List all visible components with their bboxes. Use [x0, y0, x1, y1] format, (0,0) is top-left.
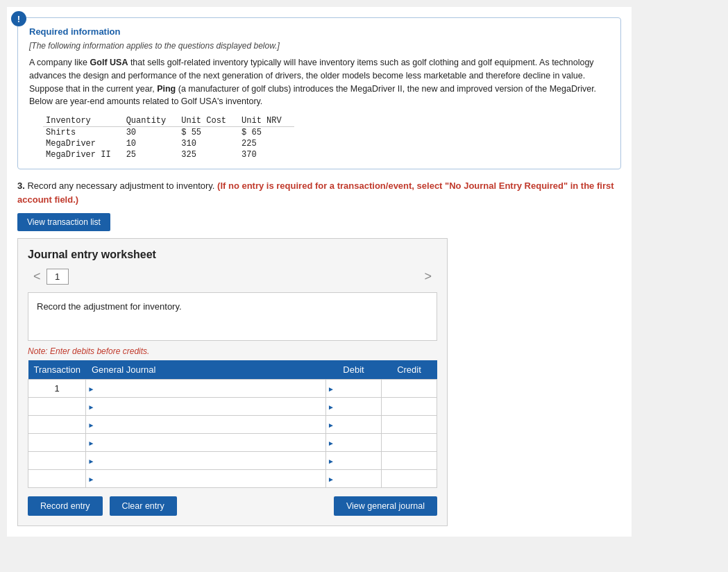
cell-arrow-icon: ►	[328, 457, 335, 464]
table-row: Shirts 30 $ 55 $ 65	[43, 127, 294, 139]
note-label: Note:	[28, 346, 48, 356]
cell-arrow-icon: ►	[328, 421, 335, 428]
cell-arrow-icon: ►	[87, 385, 94, 392]
prev-page-button[interactable]: <	[28, 268, 46, 285]
col-unit-nrv: Unit NRV	[239, 115, 294, 127]
cell-arrow-icon: ►	[87, 403, 94, 410]
general-journal-cell[interactable]: ►	[86, 470, 326, 488]
cell-arrow-icon: ►	[87, 475, 94, 482]
journal-container: Journal entry worksheet < 1 > Record the…	[17, 238, 448, 526]
col-unit-cost: Unit Cost	[178, 115, 239, 127]
cell-arrow-icon: ►	[87, 457, 94, 464]
note-text: Note: Enter debits before credits.	[28, 346, 437, 356]
general-journal-cell[interactable]: ►	[86, 434, 326, 452]
inventory-table: Inventory Quantity Unit Cost Unit NRV Sh…	[43, 115, 294, 160]
debit-cell[interactable]: ►	[326, 398, 382, 416]
transaction-num	[28, 434, 86, 452]
credit-cell[interactable]	[382, 380, 437, 398]
transaction-num	[28, 470, 86, 488]
next-page-button[interactable]: >	[418, 268, 437, 285]
journal-row: ► ►	[28, 398, 437, 416]
journal-table: Transaction General Journal Debit Credit…	[28, 360, 437, 488]
ping-bold: Ping	[157, 84, 176, 94]
cell-arrow-icon: ►	[328, 403, 335, 410]
transaction-num: 1	[28, 380, 86, 398]
credit-cell[interactable]	[382, 434, 437, 452]
debit-cell[interactable]: ►	[326, 434, 382, 452]
journal-title: Journal entry worksheet	[28, 249, 437, 261]
description-box: Record the adjustment for inventory.	[28, 292, 437, 341]
cell-arrow-icon: ►	[87, 439, 94, 446]
header-debit: Debit	[326, 360, 382, 380]
general-journal-cell[interactable]: ►	[86, 398, 326, 416]
credit-cell[interactable]	[382, 452, 437, 470]
red-instruction: (If no entry is required for a transacti…	[17, 180, 614, 205]
transaction-num	[28, 452, 86, 470]
info-paragraph: A company like Golf USA that sells golf-…	[29, 56, 609, 108]
journal-row: ► ►	[28, 434, 437, 452]
clear-entry-button[interactable]: Clear entry	[110, 496, 177, 516]
note-content: Enter debits before credits.	[50, 346, 149, 356]
bottom-buttons: Record entry Clear entry View general jo…	[28, 496, 437, 516]
record-entry-button[interactable]: Record entry	[28, 496, 103, 516]
main-container: ! Required information [The following in…	[7, 7, 632, 537]
debit-cell[interactable]: ►	[326, 470, 382, 488]
header-general-journal: General Journal	[86, 360, 326, 380]
credit-cell[interactable]	[382, 470, 437, 488]
journal-row: ► ►	[28, 416, 437, 434]
debit-cell[interactable]: ►	[326, 416, 382, 434]
view-transaction-list-button[interactable]: View transaction list	[17, 213, 110, 231]
view-general-journal-button[interactable]: View general journal	[334, 496, 437, 516]
debit-cell[interactable]: ►	[326, 452, 382, 470]
journal-row: 1 ► ►	[28, 380, 437, 398]
debit-cell[interactable]: ►	[326, 380, 382, 398]
table-row: MegaDriver II 25 325 370	[43, 149, 294, 160]
cell-arrow-icon: ►	[328, 475, 335, 482]
page-number: 1	[46, 269, 69, 285]
general-journal-cell[interactable]: ►	[86, 416, 326, 434]
table-row: MegaDriver 10 310 225	[43, 138, 294, 149]
info-box: ! Required information [The following in…	[17, 17, 621, 169]
nav-row: < 1 >	[28, 268, 437, 285]
required-info-title: Required information	[29, 26, 609, 37]
question-text: 3. Record any necessary adjustment to in…	[17, 179, 621, 206]
journal-row: ► ►	[28, 470, 437, 488]
golf-usa-bold: Golf USA	[90, 58, 128, 67]
cell-arrow-icon: ►	[328, 385, 335, 392]
col-quantity: Quantity	[124, 115, 179, 127]
col-inventory: Inventory	[43, 115, 124, 127]
header-credit: Credit	[382, 360, 437, 380]
general-journal-cell[interactable]: ►	[86, 452, 326, 470]
question-number: 3.	[17, 180, 25, 191]
general-journal-cell[interactable]: ►	[86, 380, 326, 398]
info-icon: !	[11, 11, 26, 26]
header-transaction: Transaction	[28, 360, 86, 380]
credit-cell[interactable]	[382, 416, 437, 434]
cell-arrow-icon: ►	[328, 439, 335, 446]
transaction-num	[28, 416, 86, 434]
transaction-num	[28, 398, 86, 416]
info-subtitle: [The following information applies to th…	[29, 41, 609, 51]
credit-cell[interactable]	[382, 398, 437, 416]
journal-row: ► ►	[28, 452, 437, 470]
cell-arrow-icon: ►	[87, 421, 94, 428]
